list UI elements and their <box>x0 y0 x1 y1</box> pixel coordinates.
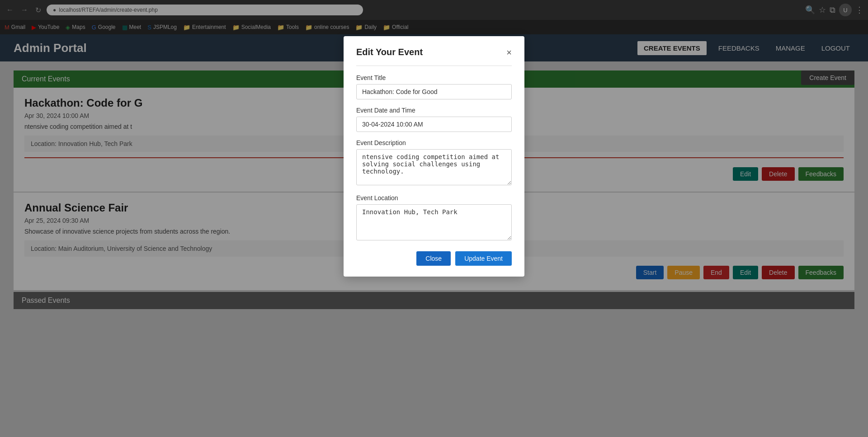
modal-divider <box>356 66 512 66</box>
event-title-input[interactable] <box>356 84 512 99</box>
event-date-label: Event Date and Time <box>356 107 512 114</box>
event-date-input[interactable] <box>356 117 512 132</box>
event-date-group: Event Date and Time <box>356 107 512 132</box>
edit-event-modal: Edit Your Event × Event Title Event Date… <box>344 36 524 277</box>
modal-update-button[interactable]: Update Event <box>455 251 512 266</box>
event-description-label: Event Description <box>356 139 512 146</box>
modal-header: Edit Your Event × <box>356 47 512 57</box>
modal-footer: Close Update Event <box>356 251 512 266</box>
event-location-group: Event Location Innovation Hub, Tech Park <box>356 194 512 242</box>
modal-close-x-button[interactable]: × <box>506 48 512 57</box>
event-title-label: Event Title <box>356 74 512 81</box>
modal-title: Edit Your Event <box>356 47 423 57</box>
event-location-textarea[interactable]: Innovation Hub, Tech Park <box>356 204 512 240</box>
event-description-textarea[interactable]: ntensive coding competition aimed at sol… <box>356 149 512 185</box>
modal-overlay: Edit Your Event × Event Title Event Date… <box>0 0 868 437</box>
event-description-group: Event Description ntensive coding compet… <box>356 139 512 187</box>
event-title-group: Event Title <box>356 74 512 99</box>
modal-close-button[interactable]: Close <box>416 251 451 266</box>
event-location-label: Event Location <box>356 194 512 202</box>
